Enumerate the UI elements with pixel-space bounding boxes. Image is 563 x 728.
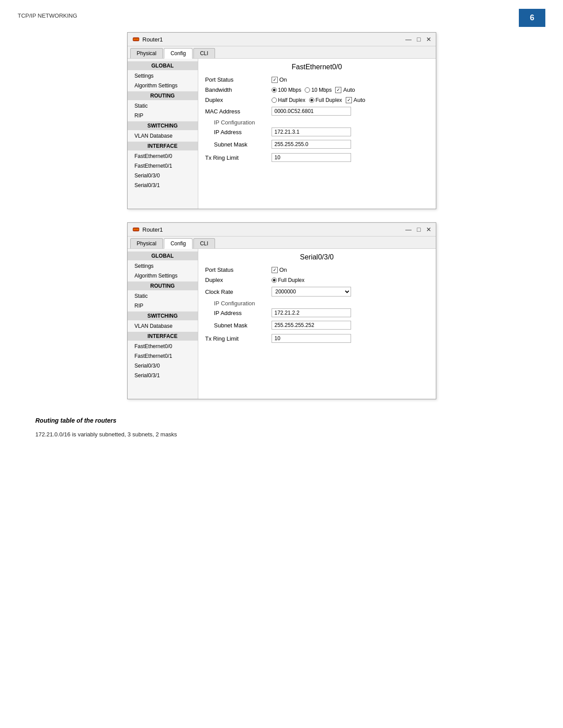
sidebar-static-1[interactable]: Static	[128, 101, 198, 111]
tab-physical-1[interactable]: Physical	[130, 48, 163, 58]
tab-config-1[interactable]: Config	[164, 48, 193, 59]
sidebar-1: GLOBAL Settings Algorithm Settings ROUTI…	[128, 59, 198, 209]
full-duplex-radio[interactable]	[309, 98, 314, 103]
tx-label-2: Tx Ring Limit	[205, 335, 272, 342]
sidebar-settings-2[interactable]: Settings	[128, 261, 198, 271]
clock-rate-select-2[interactable]: 2000000	[272, 287, 351, 296]
subnet-value-1	[272, 140, 429, 149]
bandwidth-100-label: 100 Mbps	[278, 87, 302, 93]
router-icon-2	[132, 225, 140, 233]
full-duplex-item: Full Duplex	[309, 97, 342, 103]
sidebar-fe00-1[interactable]: FastEthernet0/0	[128, 151, 198, 161]
sidebar-vlan-2[interactable]: VLAN Database	[128, 321, 198, 331]
sidebar-fe01-2[interactable]: FastEthernet0/1	[128, 351, 198, 361]
window-title-left-2: Router1	[132, 225, 163, 233]
mac-value-1	[272, 107, 429, 116]
svg-point-7	[137, 229, 138, 230]
tab-physical-2[interactable]: Physical	[130, 238, 163, 248]
full-duplex-radio-2[interactable]	[272, 278, 277, 283]
router-window-1: Router1 — □ ✕ Physical Config CLI GLOBAL…	[127, 32, 436, 209]
duplex-auto-item: Auto	[346, 97, 366, 103]
close-icon-2[interactable]: ✕	[426, 226, 431, 233]
half-duplex-radio[interactable]	[272, 98, 277, 103]
maximize-icon-2[interactable]: □	[417, 226, 420, 233]
sidebar-global-1: GLOBAL	[128, 61, 198, 70]
tab-cli-1[interactable]: CLI	[193, 48, 215, 58]
tx-value-1	[272, 153, 429, 162]
full-duplex-label: Full Duplex	[316, 97, 342, 103]
sidebar-settings-1[interactable]: Settings	[128, 71, 198, 81]
svg-point-3	[137, 39, 138, 40]
subnet-input-2[interactable]	[272, 321, 351, 330]
window-controls-1: — □ ✕	[405, 36, 431, 43]
sidebar-algorithm-1[interactable]: Algorithm Settings	[128, 81, 198, 90]
full-duplex-item-2: Full Duplex	[272, 277, 305, 283]
tx-row-2: Tx Ring Limit	[205, 334, 429, 343]
subnet-label-1: Subnet Mask	[205, 141, 272, 148]
main-content-1: FastEthernet0/0 Port Status On Bandwidth…	[198, 59, 436, 209]
page-header: 6 TCP/IP NETWORKING	[18, 9, 545, 19]
minimize-icon-1[interactable]: —	[405, 36, 412, 43]
clock-rate-row-2: Clock Rate 2000000	[205, 287, 429, 296]
sidebar-rip-1[interactable]: RIP	[128, 111, 198, 120]
bandwidth-auto-checkbox[interactable]	[335, 87, 341, 93]
port-status-label-2: Port Status	[205, 266, 272, 273]
window-tabs-2: Physical Config CLI	[128, 236, 436, 249]
sidebar-rip-2[interactable]: RIP	[128, 301, 198, 311]
port-status-on-label-2: On	[280, 266, 287, 273]
sidebar-vlan-1[interactable]: VLAN Database	[128, 131, 198, 141]
bandwidth-10-radio[interactable]	[305, 87, 310, 93]
sidebar-algorithm-2[interactable]: Algorithm Settings	[128, 271, 198, 281]
routing-heading: Routing table of the routers	[35, 417, 528, 424]
bandwidth-100-radio[interactable]	[272, 87, 277, 93]
sidebar-static-2[interactable]: Static	[128, 291, 198, 301]
page-number: 6	[519, 9, 545, 27]
ip-address-input-2[interactable]	[272, 308, 351, 317]
mac-input-1[interactable]	[272, 107, 351, 116]
sidebar-s031-1[interactable]: Serial0/3/1	[128, 180, 198, 190]
ip-address-row-2: IP Address	[205, 308, 429, 317]
sidebar-s031-2[interactable]: Serial0/3/1	[128, 371, 198, 380]
port-status-row-2: Port Status On	[205, 266, 429, 273]
sidebar-s030-1[interactable]: Serial0/3/0	[128, 171, 198, 180]
port-status-checkbox-1[interactable]	[272, 77, 278, 83]
subnet-value-2	[272, 321, 429, 330]
subnet-input-1[interactable]	[272, 140, 351, 149]
svg-point-6	[135, 229, 136, 230]
sidebar-fe01-1[interactable]: FastEthernet0/1	[128, 161, 198, 171]
svg-point-5	[133, 229, 135, 230]
tx-input-1[interactable]	[272, 153, 351, 162]
ip-address-value-2	[272, 308, 429, 317]
sidebar-switching-2: SWITCHING	[128, 311, 198, 320]
main-content-2: Serial0/3/0 Port Status On Duplex Full D…	[198, 249, 436, 399]
duplex-value-1: Half Duplex Full Duplex Auto	[272, 97, 429, 103]
sidebar-fe00-2[interactable]: FastEthernet0/0	[128, 341, 198, 351]
bandwidth-10-item: 10 Mbps	[305, 87, 332, 93]
ip-address-input-1[interactable]	[272, 128, 351, 136]
bottom-section: Routing table of the routers 172.21.0.0/…	[18, 413, 545, 442]
port-status-checkbox-2[interactable]	[272, 267, 278, 273]
duplex-label-1: Duplex	[205, 97, 272, 103]
tab-config-2[interactable]: Config	[164, 238, 193, 249]
half-duplex-item: Half Duplex	[272, 97, 306, 103]
svg-point-2	[135, 39, 136, 40]
ip-config-label-1: IP Configuration	[214, 119, 429, 126]
duplex-row-1: Duplex Half Duplex Full Duplex Auto	[205, 97, 429, 103]
tab-cli-2[interactable]: CLI	[193, 238, 215, 248]
duplex-auto-checkbox[interactable]	[346, 97, 352, 103]
window-body-2: GLOBAL Settings Algorithm Settings ROUTI…	[128, 249, 436, 399]
close-icon-1[interactable]: ✕	[426, 36, 431, 43]
mac-row-1: MAC Address	[205, 107, 429, 116]
subnet-label-2: Subnet Mask	[205, 322, 272, 329]
sidebar-s030-2[interactable]: Serial0/3/0	[128, 361, 198, 371]
router-window-2: Router1 — □ ✕ Physical Config CLI GLOBAL…	[127, 222, 436, 399]
ip-address-value-1	[272, 128, 429, 136]
tx-input-2[interactable]	[272, 334, 351, 343]
ip-address-label-1: IP Address	[205, 129, 272, 135]
minimize-icon-2[interactable]: —	[405, 226, 412, 233]
bandwidth-auto-label: Auto	[343, 86, 355, 93]
sidebar-interface-1: INTERFACE	[128, 142, 198, 150]
maximize-icon-1[interactable]: □	[417, 36, 420, 43]
ip-address-label-2: IP Address	[205, 310, 272, 316]
sidebar-routing-2: ROUTING	[128, 281, 198, 290]
